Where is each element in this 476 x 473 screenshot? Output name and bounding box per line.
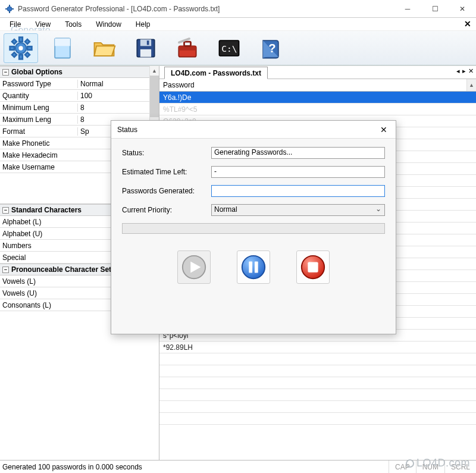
- pause-icon: [240, 253, 267, 281]
- password-row[interactable]: *92.89LH: [159, 342, 476, 353]
- window-titlebar: Password Generator Professional - [LO4D.…: [0, 0, 476, 18]
- dialog-titlebar[interactable]: Status ✕: [111, 121, 396, 139]
- password-row-empty[interactable]: [159, 353, 476, 365]
- svg-rect-10: [12, 39, 17, 44]
- tool-cmd[interactable]: C:\: [212, 33, 246, 63]
- mdi-close-button[interactable]: ✕: [464, 19, 471, 29]
- menu-bar: File View Tools Window Help ✕: [0, 18, 476, 31]
- svg-rect-19: [140, 49, 151, 57]
- tool-open[interactable]: [87, 33, 121, 63]
- tab-prev-icon[interactable]: ◂: [456, 67, 460, 75]
- option-label: Format: [0, 127, 77, 136]
- pronounce-label: Vowels (L): [0, 277, 77, 286]
- tab-next-icon[interactable]: ▸: [462, 67, 466, 75]
- panel-title-standard: Standard Characters: [11, 206, 82, 214]
- option-label: Maximum Leng: [0, 115, 77, 124]
- tab-strip: LO4D.com - Passwords.txt ◂ ▸ ✕: [159, 66, 476, 79]
- field-passwords-generated[interactable]: [211, 185, 385, 197]
- svg-point-0: [7, 7, 12, 11]
- status-dialog: Status ✕ Status: Generating Passwords...…: [111, 120, 396, 334]
- collapse-icon[interactable]: −: [2, 69, 9, 76]
- collapse-icon[interactable]: −: [2, 207, 9, 214]
- scroll-thumb[interactable]: [150, 76, 159, 117]
- svg-rect-1: [9, 5, 10, 7]
- pronounce-label: Consonants (L): [0, 301, 77, 309]
- option-value[interactable]: 100: [77, 92, 159, 100]
- tab-passwords-file[interactable]: LO4D.com - Passwords.txt: [164, 67, 268, 79]
- svg-rect-20: [147, 40, 149, 45]
- new-file-icon: [49, 35, 76, 61]
- pronounce-label: Vowels (U): [0, 289, 77, 297]
- svg-rect-23: [184, 42, 191, 46]
- gear-icon: [8, 35, 34, 61]
- password-row-empty[interactable]: [159, 389, 476, 401]
- tool-new[interactable]: [45, 33, 80, 63]
- svg-point-14: [18, 46, 23, 50]
- tab-close-icon[interactable]: ✕: [468, 67, 474, 75]
- option-label: Minimum Leng: [0, 104, 77, 112]
- list-scroll-up-icon[interactable]: ▲: [466, 79, 476, 91]
- svg-point-30: [242, 256, 265, 278]
- label-status: Status:: [122, 149, 211, 157]
- column-password: Password: [163, 81, 195, 89]
- tool-save[interactable]: [129, 33, 163, 63]
- svg-rect-18: [140, 39, 151, 46]
- dialog-close-button[interactable]: ✕: [372, 125, 396, 134]
- minimize-button[interactable]: ─: [394, 0, 421, 17]
- option-label: Make Hexadecim: [0, 151, 77, 159]
- option-label: Quantity: [0, 92, 77, 100]
- maximize-button[interactable]: ☐: [421, 0, 449, 17]
- password-row-empty[interactable]: [159, 365, 476, 377]
- svg-rect-3: [5, 8, 7, 10]
- scroll-up-icon[interactable]: ▲: [150, 66, 159, 76]
- option-label: Password Type: [0, 80, 77, 88]
- svg-text:?: ?: [268, 42, 275, 55]
- password-row[interactable]: %TL#9^<5: [159, 104, 476, 115]
- option-row[interactable]: Minimum Leng8: [0, 102, 159, 114]
- collapse-icon[interactable]: −: [2, 267, 9, 273]
- svg-rect-13: [12, 52, 17, 57]
- watermark: LO4D.com: [406, 457, 470, 469]
- label-priority: Current Priority:: [122, 206, 211, 214]
- svg-rect-34: [308, 262, 318, 272]
- panel-title-global: Global Options: [11, 68, 62, 76]
- pause-button[interactable]: [237, 250, 270, 284]
- play-icon: [180, 253, 208, 281]
- menu-help[interactable]: Help: [129, 18, 158, 30]
- option-row[interactable]: Quantity100: [0, 90, 159, 102]
- svg-rect-16: [55, 38, 70, 46]
- option-value[interactable]: Normal: [77, 80, 159, 88]
- svg-rect-8: [10, 46, 14, 50]
- toolbar: C:\ ?: [0, 31, 476, 65]
- dropdown-priority[interactable]: Normal: [211, 204, 385, 216]
- play-button[interactable]: [177, 250, 211, 284]
- password-row-empty[interactable]: [159, 401, 476, 413]
- password-row[interactable]: Y6a.!)De: [159, 92, 476, 104]
- menu-tools[interactable]: Tools: [58, 18, 89, 30]
- password-row-empty[interactable]: [159, 413, 476, 425]
- menu-window[interactable]: Window: [89, 18, 129, 30]
- option-label: Make Phonetic: [0, 139, 77, 148]
- help-book-icon: ?: [258, 35, 284, 61]
- label-passwords-generated: Passwords Generated:: [122, 187, 211, 195]
- list-header[interactable]: Password ▲: [159, 79, 476, 92]
- panel-global-options[interactable]: − Global Options: [0, 66, 159, 78]
- tool-generate[interactable]: [4, 33, 38, 63]
- close-button[interactable]: ✕: [449, 0, 476, 17]
- field-status: Generating Passwords...: [211, 147, 385, 159]
- svg-rect-4: [12, 8, 14, 10]
- option-row[interactable]: Password TypeNormal: [0, 78, 159, 90]
- charset-label: Alphabet (U): [0, 230, 77, 238]
- password-row-empty[interactable]: [159, 377, 476, 389]
- field-eta: -: [211, 166, 385, 178]
- stop-button[interactable]: [296, 250, 330, 284]
- menu-file[interactable]: File: [2, 18, 28, 30]
- svg-rect-31: [249, 261, 252, 272]
- tool-help[interactable]: ?: [253, 33, 288, 63]
- option-value[interactable]: 8: [77, 104, 159, 112]
- svg-rect-32: [255, 261, 258, 272]
- tool-toolbox[interactable]: [170, 33, 205, 63]
- menu-view[interactable]: View: [28, 18, 58, 30]
- app-icon: [5, 4, 14, 14]
- status-text: Generated 100 passwords in 0.000 seconds: [2, 463, 142, 471]
